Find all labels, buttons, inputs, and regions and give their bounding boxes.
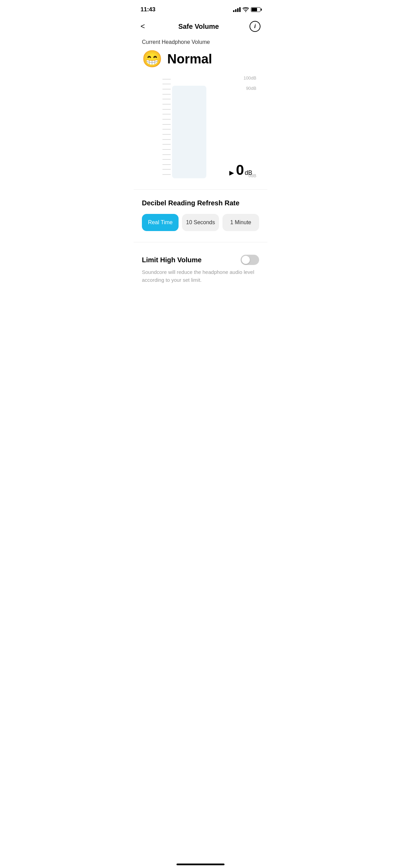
limit-volume-title: Limit High Volume: [142, 256, 202, 264]
gauge-label-90: 90dB: [246, 86, 256, 91]
volume-status: 😁 Normal: [142, 51, 259, 67]
tick-lines: [162, 75, 171, 178]
refresh-1min-button[interactable]: 1 Minute: [222, 214, 259, 231]
toggle-thumb: [242, 256, 250, 264]
gauge-container: 100dB 90dB 0dB: [142, 75, 259, 178]
status-icons: [233, 7, 260, 12]
db-readout: ▶ 0 dB: [229, 162, 252, 178]
db-unit: dB: [245, 169, 252, 177]
wifi-icon: [243, 7, 249, 12]
volume-level: Normal: [167, 52, 212, 67]
battery-icon: [251, 7, 260, 12]
refresh-rate-buttons: Real Time 10 Seconds 1 Minute: [142, 214, 259, 231]
info-button[interactable]: i: [250, 21, 260, 32]
main-content: Current Headphone Volume 😁 Normal 100dB …: [134, 39, 267, 284]
volume-emoji: 😁: [142, 51, 162, 67]
nav-header: < Safe Volume i: [134, 17, 267, 39]
limit-volume-section: Limit High Volume Soundcore will reduce …: [142, 252, 259, 284]
db-arrow-icon: ▶: [229, 169, 234, 177]
db-value: 0: [236, 162, 244, 178]
status-bar: 11:43: [134, 0, 267, 17]
page-title: Safe Volume: [178, 23, 219, 31]
limit-volume-toggle[interactable]: [241, 255, 259, 265]
refresh-realtime-button[interactable]: Real Time: [142, 214, 179, 231]
signal-icon: [233, 7, 241, 12]
back-button[interactable]: <: [141, 21, 148, 32]
section-divider: [134, 189, 267, 190]
limit-header: Limit High Volume: [142, 255, 259, 265]
refresh-rate-title: Decibel Reading Refresh Rate: [142, 199, 259, 207]
status-time: 11:43: [141, 6, 155, 13]
volume-bar: [172, 86, 206, 178]
gauge-label-100: 100dB: [243, 75, 256, 81]
section-label: Current Headphone Volume: [142, 39, 259, 45]
limit-volume-description: Soundcore will reduce the headphone audi…: [142, 268, 259, 284]
refresh-10sec-button[interactable]: 10 Seconds: [182, 214, 219, 231]
section-divider-2: [134, 242, 267, 242]
